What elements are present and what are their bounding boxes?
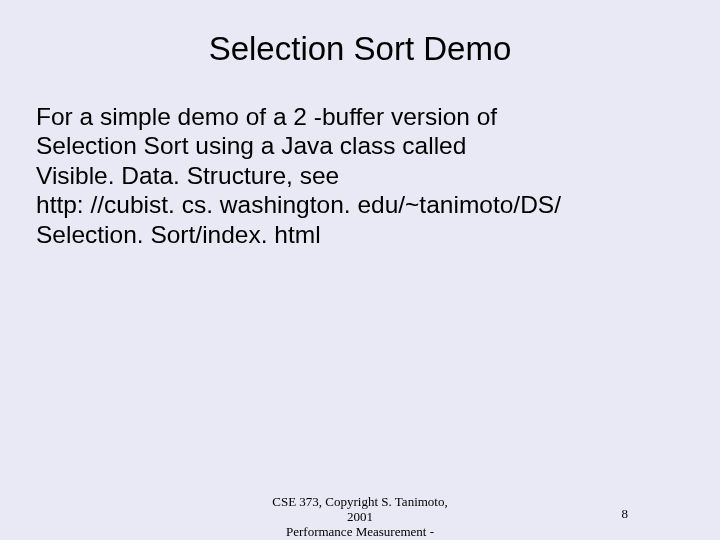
footer-line: 2001	[0, 510, 720, 525]
footer-line: Performance Measurement -	[0, 525, 720, 540]
footer-center: CSE 373, Copyright S. Tanimoto, 2001 Per…	[0, 495, 720, 540]
slide-body: For a simple demo of a 2 -buffer version…	[36, 102, 690, 249]
body-line: Visible. Data. Structure, see	[36, 161, 690, 190]
page-number: 8	[622, 506, 629, 522]
body-line: http: //cubist. cs. washington. edu/~tan…	[36, 190, 690, 219]
body-line: Selection. Sort/index. html	[36, 220, 690, 249]
footer-line: CSE 373, Copyright S. Tanimoto,	[0, 495, 720, 510]
body-line: For a simple demo of a 2 -buffer version…	[36, 102, 690, 131]
slide-title: Selection Sort Demo	[0, 30, 720, 68]
body-line: Selection Sort using a Java class called	[36, 131, 690, 160]
